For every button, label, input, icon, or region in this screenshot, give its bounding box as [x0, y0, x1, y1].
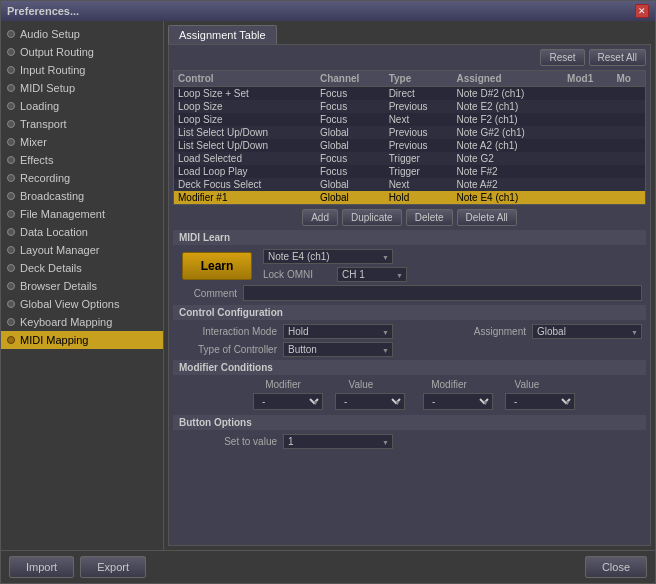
tab-assignment-table[interactable]: Assignment Table — [168, 25, 277, 44]
reset-button[interactable]: Reset — [540, 49, 584, 66]
sidebar-item-label: File Management — [20, 208, 105, 220]
sidebar-item-dot — [7, 66, 15, 74]
table-row[interactable]: Loop SizeFocusNextNote F2 (ch1) — [174, 113, 645, 126]
cell-mo — [612, 100, 645, 113]
sidebar-item-keyboard-mapping[interactable]: Keyboard Mapping — [1, 313, 163, 331]
table-row[interactable]: List Select Up/DownGlobalPreviousNote A2… — [174, 139, 645, 152]
sidebar-item-label: MIDI Setup — [20, 82, 75, 94]
col-channel: Channel — [316, 71, 385, 87]
cell-mo — [612, 191, 645, 204]
sidebar-item-input-routing[interactable]: Input Routing — [1, 61, 163, 79]
table-row[interactable]: List Select Up/DownGlobalPreviousNote G#… — [174, 126, 645, 139]
interaction-mode-select[interactable]: Hold Direct Toggle Trigger — [283, 324, 393, 339]
import-button[interactable]: Import — [9, 556, 74, 578]
cell-mo — [612, 165, 645, 178]
assignment-select[interactable]: Global Focus Deck 1 Deck 2 — [532, 324, 642, 339]
note-value-dropdown-wrapper: Note E4 (ch1) — [263, 249, 393, 264]
sidebar-item-dot — [7, 138, 15, 146]
type-of-controller-select[interactable]: Button Knob Fader — [283, 342, 393, 357]
comment-row: Comment — [173, 285, 646, 301]
table-row[interactable]: Load Loop PlayFocusTriggerNote F#2 — [174, 165, 645, 178]
cell-channel: Global — [316, 139, 385, 152]
cell-assigned: Note E4 (ch1) — [453, 191, 564, 204]
learn-button[interactable]: Learn — [182, 252, 252, 280]
panel-content: Reset Reset All Control Channel Type Ass… — [168, 44, 651, 546]
delete-all-button[interactable]: Delete All — [457, 209, 517, 226]
sidebar-item-output-routing[interactable]: Output Routing — [1, 43, 163, 61]
cell-mod1 — [563, 139, 612, 152]
sidebar-item-data-location[interactable]: Data Location — [1, 223, 163, 241]
sidebar-item-label: Deck Details — [20, 262, 82, 274]
cell-assigned: Note E2 (ch1) — [453, 100, 564, 113]
cell-control: Loop Size — [174, 113, 316, 126]
sidebar-item-midi-setup[interactable]: MIDI Setup — [1, 79, 163, 97]
value2-select[interactable]: - — [505, 393, 575, 410]
cell-type: Next — [385, 178, 453, 191]
sidebar-item-recording[interactable]: Recording — [1, 169, 163, 187]
cell-mod1 — [563, 126, 612, 139]
add-button[interactable]: Add — [302, 209, 338, 226]
modifier-conditions-section-header: Modifier Conditions — [173, 360, 646, 375]
sidebar-item-dot — [7, 174, 15, 182]
sidebar-item-dot — [7, 228, 15, 236]
sidebar-item-broadcasting[interactable]: Broadcasting — [1, 187, 163, 205]
sidebar-item-file-management[interactable]: File Management — [1, 205, 163, 223]
sidebar-item-dot — [7, 336, 15, 344]
table-row[interactable]: Deck Focus SelectGlobalNextNote A#2 — [174, 178, 645, 191]
sidebar-item-label: Broadcasting — [20, 190, 84, 202]
note-value-select[interactable]: Note E4 (ch1) — [263, 249, 393, 264]
sidebar-item-global-view-options[interactable]: Global View Options — [1, 295, 163, 313]
sidebar-item-deck-details[interactable]: Deck Details — [1, 259, 163, 277]
sidebar-item-browser-details[interactable]: Browser Details — [1, 277, 163, 295]
title-bar: Preferences... ✕ — [1, 1, 655, 21]
sidebar-item-label: Browser Details — [20, 280, 97, 292]
cell-channel: Global — [316, 126, 385, 139]
sidebar-item-label: Mixer — [20, 136, 47, 148]
sidebar-item-dot — [7, 48, 15, 56]
window-close-button[interactable]: ✕ — [635, 4, 649, 18]
sidebar-item-layout-manager[interactable]: Layout Manager — [1, 241, 163, 259]
channel-select-wrapper: CH 1 — [337, 267, 407, 282]
sidebar-item-dot — [7, 120, 15, 128]
footer: Import Export Close — [1, 550, 655, 583]
cell-assigned: Note F#2 — [453, 165, 564, 178]
sidebar-item-label: Input Routing — [20, 64, 85, 76]
sidebar-item-transport[interactable]: Transport — [1, 115, 163, 133]
col-control: Control — [174, 71, 316, 87]
sidebar-item-audio-setup[interactable]: Audio Setup — [1, 25, 163, 43]
sidebar-item-label: Effects — [20, 154, 53, 166]
cell-control: Load Loop Play — [174, 165, 316, 178]
sidebar-item-loading[interactable]: Loading — [1, 97, 163, 115]
cell-assigned: Note F2 (ch1) — [453, 113, 564, 126]
table-row[interactable]: Modifier #1GlobalHoldNote E4 (ch1) — [174, 191, 645, 204]
channel-select[interactable]: CH 1 — [337, 267, 407, 282]
close-button[interactable]: Close — [585, 556, 647, 578]
modifier1-select[interactable]: - — [253, 393, 323, 410]
table-row[interactable]: Loop Size + SetFocusDirectNote D#2 (ch1) — [174, 87, 645, 101]
sidebar-item-dot — [7, 84, 15, 92]
duplicate-button[interactable]: Duplicate — [342, 209, 402, 226]
delete-button[interactable]: Delete — [406, 209, 453, 226]
sidebar-item-effects[interactable]: Effects — [1, 151, 163, 169]
cell-control: Load Selected — [174, 152, 316, 165]
type-of-controller-label: Type of Controller — [177, 344, 277, 355]
table-row[interactable]: Load SelectedFocusTriggerNote G2 — [174, 152, 645, 165]
modifier2-select[interactable]: - — [423, 393, 493, 410]
preferences-window: Preferences... ✕ Audio SetupOutput Routi… — [0, 0, 656, 584]
value1-wrapper: - — [335, 393, 405, 410]
export-button[interactable]: Export — [80, 556, 146, 578]
reset-all-button[interactable]: Reset All — [589, 49, 646, 66]
cell-type: Previous — [385, 126, 453, 139]
comment-input[interactable] — [243, 285, 642, 301]
table-row[interactable]: Loop SizeFocusPreviousNote E2 (ch1) — [174, 100, 645, 113]
lock-omni-label: Lock OMNI — [263, 269, 333, 280]
cell-control: List Select Up/Down — [174, 139, 316, 152]
sidebar-item-label: Keyboard Mapping — [20, 316, 112, 328]
value1-select[interactable]: - — [335, 393, 405, 410]
sidebar-item-mixer[interactable]: Mixer — [1, 133, 163, 151]
sidebar-item-midi-mapping[interactable]: MIDI Mapping — [1, 331, 163, 349]
modifier2-col-label: Modifier — [419, 379, 479, 390]
set-to-value-select[interactable]: 1 0 2 3 — [283, 434, 393, 449]
sidebar-item-label: Loading — [20, 100, 59, 112]
cell-assigned: Note A#2 — [453, 178, 564, 191]
